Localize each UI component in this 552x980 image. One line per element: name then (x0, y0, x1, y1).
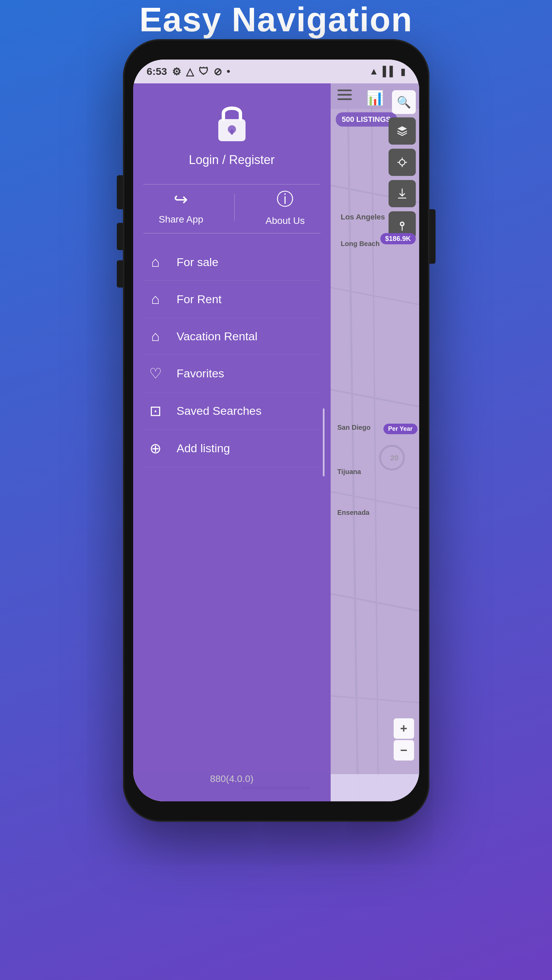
battery-icon: ▮ (400, 66, 405, 77)
zoom-in-button[interactable]: + (394, 718, 414, 739)
map-toolbar (389, 118, 416, 239)
menu-item-add-listing[interactable]: ⊕ Add listing (144, 430, 321, 467)
menu-item-saved-searches[interactable]: ⊡ Saved Searches (144, 392, 321, 430)
zoom-controls: + − (394, 718, 414, 760)
navigation-drawer: Login / Register ↪ Share App ⓘ About Us (133, 83, 331, 801)
share-about-row: ↪ Share App ⓘ About Us (144, 188, 321, 226)
saved-searches-label: Saved Searches (177, 404, 262, 417)
wifi-icon: ▲ (369, 66, 379, 77)
map-label-ensenada: Ensenada (337, 509, 370, 517)
status-bar: 6:53 ⚙ △ 🛡 ⊘ • ▲ ▌▌ ▮ (133, 60, 419, 83)
divider-top (144, 184, 321, 185)
svg-point-14 (399, 159, 405, 165)
for-rent-label: For Rent (177, 293, 222, 306)
house-icon-rent: ⌂ (147, 291, 164, 307)
lock-icon (213, 100, 250, 145)
listings-badge: 500 LISTINGS (336, 112, 397, 127)
menu-list: ⌂ For sale ⌂ For Rent ⌂ Vacation Rental … (144, 243, 321, 467)
price-badge-186k: $186.9K (380, 233, 416, 244)
house-icon-sale: ⌂ (147, 254, 164, 270)
price-badge-per-year: Per Year (383, 424, 418, 434)
menu-item-for-sale[interactable]: ⌂ For sale (144, 243, 321, 281)
phone-screen: 6:53 ⚙ △ 🛡 ⊘ • ▲ ▌▌ ▮ (133, 60, 419, 801)
share-icon: ↪ (174, 189, 188, 209)
for-sale-label: For sale (177, 256, 219, 269)
menu-item-for-rent[interactable]: ⌂ For Rent (144, 281, 321, 318)
page-title: Easy Navigation (139, 0, 413, 39)
about-us-item[interactable]: ⓘ About Us (266, 188, 305, 226)
alert-icon: △ (186, 66, 194, 78)
vol-up-button[interactable] (117, 223, 123, 250)
vertical-divider (234, 194, 235, 221)
signal-icon: ▌▌ (383, 66, 396, 77)
zoom-out-button[interactable]: − (394, 740, 414, 760)
vacation-rental-label: Vacation Rental (177, 330, 258, 343)
map-label-tijuana: Tijuana (337, 468, 361, 476)
svg-point-21 (401, 223, 403, 225)
phone-shell: 6:53 ⚙ △ 🛡 ⊘ • ▲ ▌▌ ▮ (123, 39, 429, 822)
share-app-item[interactable]: ↪ Share App (159, 189, 203, 225)
status-left: 6:53 ⚙ △ 🛡 ⊘ • (147, 66, 231, 78)
location-button[interactable] (389, 149, 416, 176)
map-area: 20 📊 500 LISTINGS 🔍 (331, 83, 419, 801)
no-symbol-icon: ⊘ (214, 66, 222, 78)
dot-icon: • (227, 66, 231, 77)
svg-rect-2 (231, 129, 233, 135)
map-label-sandiego: San Diego (337, 424, 371, 431)
heart-icon: ♡ (147, 365, 164, 382)
bookmark-icon: ⊡ (147, 402, 164, 419)
download-button[interactable] (389, 180, 416, 207)
shield-icon: 🛡 (198, 66, 209, 77)
time-display: 6:53 (147, 66, 167, 77)
divider-bottom (144, 233, 321, 234)
menu-item-vacation-rental[interactable]: ⌂ Vacation Rental (144, 318, 321, 355)
share-app-label: Share App (159, 214, 203, 225)
menu-item-favorites[interactable]: ♡ Favorites (144, 355, 321, 392)
version-text: 880(4.0.0) (210, 773, 254, 784)
scrollbar[interactable] (323, 408, 324, 476)
info-icon: ⓘ (276, 188, 294, 211)
svg-text:20: 20 (390, 453, 399, 462)
about-us-label: About Us (266, 215, 305, 226)
search-button[interactable]: 🔍 (392, 90, 416, 114)
map-label-longbeach: Long Beach (341, 240, 380, 248)
screen-content: Login / Register ↪ Share App ⓘ About Us (133, 83, 419, 801)
hamburger-icon[interactable] (337, 89, 352, 100)
status-right: ▲ ▌▌ ▮ (369, 66, 405, 77)
add-listing-label: Add listing (177, 442, 230, 455)
login-register-text[interactable]: Login / Register (189, 153, 274, 167)
vol-down-button[interactable] (117, 260, 123, 288)
layers-button[interactable] (389, 118, 416, 145)
favorites-label: Favorites (177, 367, 224, 380)
gear-icon: ⚙ (172, 66, 181, 78)
add-pin-icon: ⊕ (147, 440, 164, 457)
house-icon-vacation: ⌂ (147, 328, 164, 344)
map-label-losangeles: Los Angeles (341, 213, 385, 221)
lock-icon-wrap (213, 100, 250, 146)
chart-icon: 📊 (366, 89, 384, 106)
